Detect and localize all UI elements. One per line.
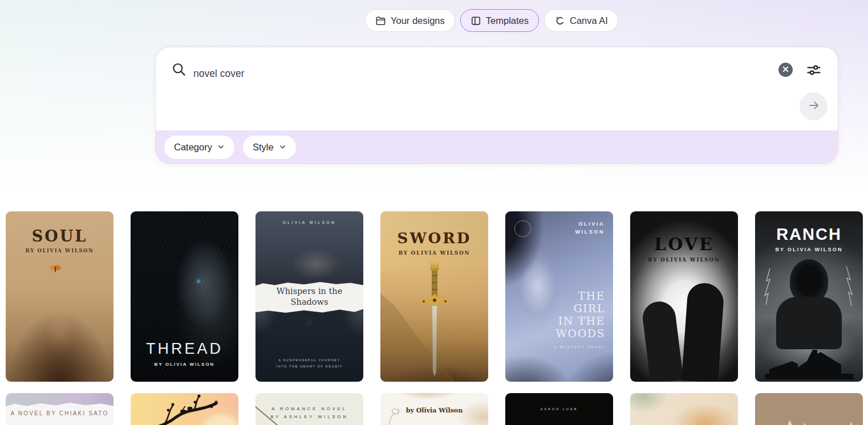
tab-templates-label: Templates bbox=[486, 15, 529, 26]
clear-search-button[interactable] bbox=[778, 63, 793, 77]
templates-search-page: Your designs Templates Canva AI bbox=[0, 0, 868, 425]
cover-author: BY OLIVIA WILSON bbox=[6, 248, 113, 254]
groom-silhouette bbox=[682, 282, 725, 382]
bride-silhouette bbox=[641, 300, 684, 382]
chevron-down-icon bbox=[217, 142, 225, 153]
cover-title: SOUL bbox=[6, 227, 113, 245]
search-settings-button[interactable] bbox=[806, 62, 822, 78]
template-card-aaron-loeb[interactable]: AARON LOEB bbox=[505, 393, 613, 425]
category-filter-label: Category bbox=[174, 142, 212, 153]
template-card-thread[interactable]: THREAD BY OLIVIA WILSON bbox=[131, 211, 238, 382]
template-card-olivia-watercolor[interactable]: by Olivia Wilson bbox=[380, 393, 488, 425]
sliders-icon bbox=[806, 71, 822, 80]
template-grid-row-1: SOUL BY OLIVIA WILSON THREAD BY OLIVIA W… bbox=[6, 211, 863, 382]
template-card-romance-ashley-wilson[interactable]: A ROMANCE NOVEL BY ASHLEY WILSON bbox=[255, 393, 363, 425]
lightning-icon bbox=[763, 268, 773, 307]
sword-illustration bbox=[417, 259, 452, 381]
filter-bar: Category Style bbox=[156, 130, 838, 164]
tab-templates[interactable]: Templates bbox=[460, 9, 539, 32]
top-tabs: Your designs Templates Canva AI bbox=[365, 9, 618, 32]
canva-ai-icon bbox=[554, 15, 565, 26]
cover-author: BY OLIVIA WILSON bbox=[380, 250, 488, 256]
hooded-figure-silhouette bbox=[790, 259, 828, 303]
house-silhouette bbox=[765, 349, 854, 382]
template-card-soul[interactable]: SOUL BY OLIVIA WILSON bbox=[6, 211, 113, 382]
search-panel: Category Style bbox=[155, 47, 838, 164]
tab-your-designs-label: Your designs bbox=[391, 15, 445, 26]
style-filter-label: Style bbox=[253, 142, 274, 153]
cover-author: BY OLIVIA WILSON bbox=[131, 362, 238, 367]
sailboat-silhouette bbox=[305, 316, 313, 326]
search-input[interactable] bbox=[192, 61, 742, 86]
torn-paper-shape bbox=[771, 417, 829, 425]
templates-icon bbox=[470, 15, 481, 26]
cover-subtitle: A MYSTERY NOVEL bbox=[554, 345, 605, 349]
tab-canva-ai-label: Canva AI bbox=[570, 15, 608, 26]
template-card-love[interactable]: LOVE BY OLIVIA WILSON bbox=[630, 211, 738, 382]
tab-canva-ai[interactable]: Canva AI bbox=[544, 9, 618, 32]
template-card-girl-in-the-woods[interactable]: OLIVIA WILSON THE GIRL IN THE WOODS A MY… bbox=[505, 211, 613, 382]
cover-author: OLIVIA WILSON bbox=[575, 220, 605, 236]
hooded-figure-body bbox=[776, 297, 842, 349]
template-card-tan-torn-paper[interactable] bbox=[755, 393, 863, 425]
cover-author: BY OLIVIA WILSON bbox=[755, 247, 863, 252]
cover-author: OLIVIA WILSON bbox=[255, 220, 363, 224]
cover-title: SWORD bbox=[380, 230, 488, 247]
tab-your-designs[interactable]: Your designs bbox=[365, 9, 455, 32]
search-icon bbox=[171, 62, 186, 79]
torn-paper-shape bbox=[837, 416, 863, 425]
cover-author: A ROMANCE NOVEL BY ASHLEY WILSON bbox=[255, 405, 363, 422]
tree-branch-illustration bbox=[131, 393, 238, 425]
cover-author: AARON LOEB bbox=[505, 407, 613, 411]
template-grid-row-2: A NOVEL BY CHIAKI SATO A ROMANCE NOV bbox=[6, 393, 863, 425]
cover-author: by Olivia Wilson bbox=[380, 407, 488, 414]
lightning-icon bbox=[844, 266, 854, 308]
template-card-sword[interactable]: SWORD BY OLIVIA WILSON bbox=[380, 211, 488, 382]
cover-title: LOVE bbox=[630, 234, 738, 254]
template-card-ranch[interactable]: RANCH BY OLIVIA WILSON bbox=[755, 211, 863, 382]
template-card-marbled-paper[interactable] bbox=[630, 393, 738, 425]
template-card-chiaki-sato[interactable]: A NOVEL BY CHIAKI SATO bbox=[6, 393, 113, 425]
category-filter-dropdown[interactable]: Category bbox=[164, 136, 234, 159]
search-submit-button[interactable] bbox=[800, 92, 828, 120]
folder-icon bbox=[375, 15, 386, 26]
cover-title: THE GIRL IN THE WOODS bbox=[556, 290, 605, 340]
arrow-right-icon bbox=[808, 99, 820, 113]
close-icon bbox=[782, 66, 789, 74]
cover-title: Whispers in the Shadows bbox=[255, 286, 363, 308]
style-filter-dropdown[interactable]: Style bbox=[243, 136, 296, 159]
template-card-whispers-in-the-shadows[interactable]: OLIVIA WILSON Whispers in the Shadows A … bbox=[255, 211, 363, 382]
chevron-down-icon bbox=[279, 142, 286, 153]
cover-tagline: A SUSPENSEFUL JOURNEY INTO THE HEART OF … bbox=[255, 357, 363, 370]
cover-author: BY OLIVIA WILSON bbox=[630, 257, 738, 263]
template-card-sunset-branch[interactable] bbox=[131, 393, 238, 425]
book-award-badge bbox=[514, 220, 531, 237]
cover-author: A NOVEL BY CHIAKI SATO bbox=[6, 410, 113, 416]
cover-title: RANCH bbox=[755, 225, 863, 244]
butterfly-icon bbox=[49, 264, 62, 276]
cover-title: THREAD bbox=[131, 340, 238, 358]
